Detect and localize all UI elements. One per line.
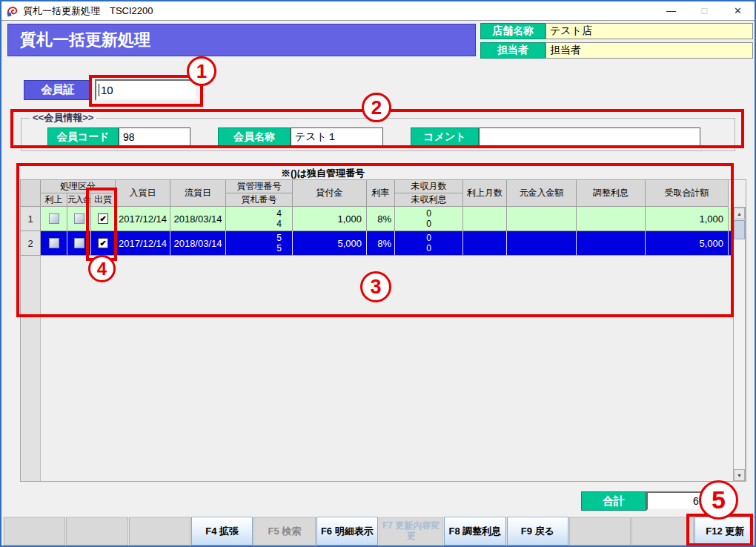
row-header-strip (21, 256, 41, 481)
header-ticket-number: 質札番号 (226, 193, 293, 207)
cell-adjusted-interest (577, 231, 646, 255)
f12-update-button[interactable]: F12 更新 (694, 517, 756, 546)
cell-total-received: 5,000 (646, 231, 729, 255)
cell-total-received: 1,000 (646, 207, 729, 231)
cell-unpaid: 00 (395, 207, 463, 231)
header-principal-in: 元入金 (67, 193, 91, 207)
cell-interest-rate: 8% (367, 207, 395, 231)
app-icon (7, 5, 19, 17)
cell-principal-deposit (507, 207, 577, 231)
app-window: 質札一括更新処理 TSCI2200 — □ ✕ 質札一括更新処理 店舗名称 テス… (0, 0, 756, 547)
row-number: 2 (21, 231, 41, 255)
grid-row-1[interactable]: 1 ✔ ✔ ✔ 2017/12/14 2018/03/14 44 1,000 8… (21, 207, 746, 231)
member-code-label: 会員コード (47, 127, 119, 146)
cell-interest-up-months (463, 231, 507, 255)
member-info-legend: <<会員情報>> (30, 111, 96, 125)
checkbox-principal-in[interactable]: ✔ (74, 238, 84, 248)
comment-label: コメント (411, 127, 479, 146)
checkbox-interest-up[interactable]: ✔ (49, 238, 59, 248)
cell-unpaid: 00 (395, 231, 463, 255)
header-corner (21, 180, 41, 207)
cell-pawn-date: 2017/12/14 (116, 207, 170, 231)
cell-loan-amount: 5,000 (293, 231, 367, 255)
member-name-label: 会員名称 (218, 127, 291, 146)
staff-label: 担当者 (480, 42, 546, 59)
function-key-bar: F4 拡張 F5 検索 F6 明細表示 F7 更新内容変更 F8 調整利息 F9… (3, 516, 756, 546)
member-card-label: 会員証 (24, 80, 92, 100)
pawn-ticket-grid: 処理区分 利上 元入金 出質 入質日 流質日 質管理番号 質札番号 貸付金 利率… (20, 179, 746, 482)
checkbox-principal-in[interactable]: ✔ (74, 213, 84, 224)
header-interest-up-months: 利上月数 (463, 180, 507, 207)
header-loan-amount: 貸付金 (293, 180, 367, 207)
grid-row-2[interactable]: 2 ✔ ✔ ✔ 2017/12/14 2018/03/14 55 5,000 8… (21, 231, 746, 256)
cell-numbers: 44 (226, 207, 293, 231)
total-label: 合計 (581, 491, 646, 511)
header-redeem: 出質 (91, 193, 116, 207)
fnkey-empty-3 (129, 517, 190, 546)
text-caret (99, 84, 99, 96)
page-title: 質札一括更新処理 (7, 24, 476, 56)
title-bar[interactable]: 質札一括更新処理 TSCI2200 — □ ✕ (1, 1, 755, 21)
header-unpaid-months: 未収月数 (395, 180, 463, 193)
cell-interest-rate: 8% (367, 231, 395, 255)
header-unpaid-interest: 未収利息 (395, 193, 463, 207)
f9-back-button[interactable]: F9 戻る (507, 517, 568, 546)
comment-input[interactable] (479, 127, 700, 146)
header-adjusted-interest: 調整利息 (577, 180, 646, 207)
window-title: 質札一括更新処理 TSCI2200 (23, 4, 153, 18)
grid-note: ※()は独自管理番号 (179, 167, 365, 180)
header-process-type: 処理区分 (41, 180, 116, 193)
shop-name-label: 店舗名称 (480, 23, 546, 39)
minimize-icon[interactable]: — (654, 1, 688, 20)
fnkey-empty-2 (66, 517, 127, 546)
cell-forfeit-date: 2018/03/14 (170, 231, 226, 255)
member-code-input[interactable]: 98 (119, 127, 190, 146)
header-pawn-date: 入質日 (116, 180, 170, 207)
header-interest-up: 利上 (41, 193, 67, 207)
header-principal-deposit: 元金入金額 (507, 180, 577, 207)
cell-numbers: 55 (226, 231, 293, 255)
scroll-up-icon[interactable]: ▲ (734, 208, 745, 219)
cell-principal-deposit (507, 231, 577, 255)
header-total-received: 受取合計額 (646, 180, 729, 207)
checkbox-redeem[interactable]: ✔ (98, 238, 108, 248)
row-number: 1 (21, 207, 41, 231)
cell-interest-up-months (463, 207, 507, 231)
cell-pawn-date: 2017/12/14 (116, 231, 170, 255)
member-name-input[interactable]: テスト１ (291, 127, 383, 146)
cell-adjusted-interest (577, 207, 646, 231)
fnkey-empty-1 (4, 517, 65, 546)
header-mgmt-number: 質管理番号 (226, 180, 293, 193)
vertical-scrollbar[interactable]: ▲ ▼ (733, 207, 746, 482)
checkbox-interest-up[interactable]: ✔ (49, 213, 59, 224)
checkbox-redeem[interactable]: ✔ (98, 213, 108, 224)
fnkey-empty-4 (569, 517, 631, 546)
header-forfeit-date: 流質日 (170, 180, 226, 207)
fnkey-empty-5 (631, 517, 693, 546)
scroll-down-icon[interactable]: ▼ (734, 469, 745, 481)
check-icon: ✔ (99, 215, 106, 223)
scrollbar-thumb[interactable] (734, 220, 745, 239)
f5-search-button: F5 検索 (253, 517, 315, 546)
grid-header: 処理区分 利上 元入金 出質 入質日 流質日 質管理番号 質札番号 貸付金 利率… (21, 180, 746, 207)
shop-name-value: テスト店 (546, 23, 753, 39)
staff-value: 担当者 (546, 42, 753, 59)
close-icon[interactable]: ✕ (721, 1, 755, 20)
maximize-icon[interactable]: □ (688, 1, 721, 20)
header-interest-rate: 利率 (367, 180, 395, 207)
f8-adjust-interest-button[interactable]: F8 調整利息 (444, 517, 505, 546)
f4-expand-button[interactable]: F4 拡張 (191, 517, 253, 546)
cell-forfeit-date: 2018/03/14 (170, 207, 226, 231)
f7-change-button: F7 更新内容変更 (379, 517, 443, 546)
total-value: 6,000 (646, 491, 723, 511)
member-card-value: 10 (101, 84, 113, 96)
check-icon: ✔ (99, 239, 106, 248)
member-card-input[interactable]: 10 (95, 79, 197, 101)
cell-loan-amount: 1,000 (293, 207, 367, 231)
window-controls: — □ ✕ (654, 1, 755, 20)
f6-detail-button[interactable]: F6 明細表示 (316, 517, 378, 546)
